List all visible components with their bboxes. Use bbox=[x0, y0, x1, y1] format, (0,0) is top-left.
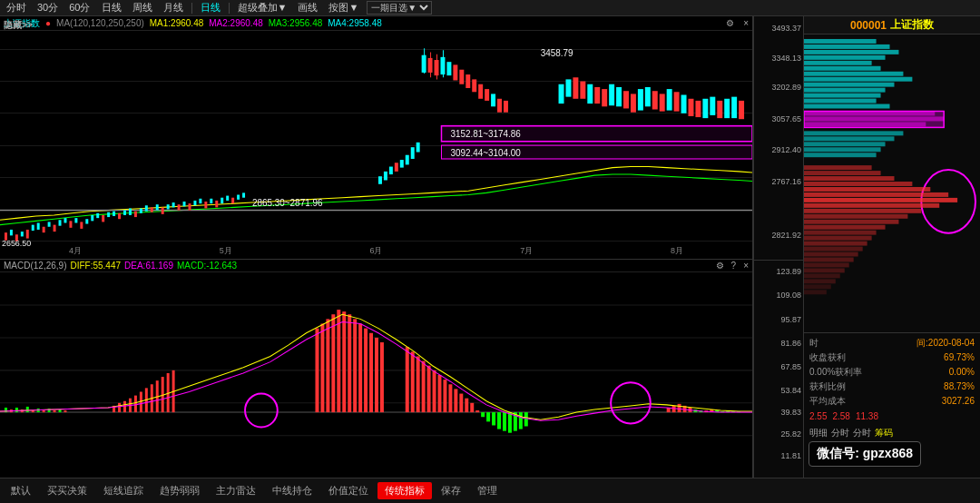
svg-rect-197 bbox=[804, 88, 886, 93]
svg-rect-162 bbox=[481, 412, 485, 417]
svg-rect-35 bbox=[156, 204, 159, 210]
svg-rect-155 bbox=[443, 380, 446, 412]
svg-text:3458.79: 3458.79 bbox=[541, 47, 573, 57]
right-panel-hidden: 隐藏>> bbox=[4, 19, 33, 32]
right-chart bbox=[804, 35, 980, 332]
svg-rect-70 bbox=[485, 89, 489, 101]
svg-rect-14 bbox=[43, 227, 45, 232]
svg-rect-138 bbox=[331, 314, 335, 412]
svg-rect-98 bbox=[731, 97, 737, 118]
tab-save[interactable]: 保存 bbox=[434, 482, 468, 499]
tab-default[interactable]: 默认 bbox=[4, 482, 38, 499]
svg-rect-42 bbox=[193, 201, 196, 205]
tf-day2[interactable]: 日线 bbox=[198, 1, 223, 15]
svg-rect-74 bbox=[559, 84, 564, 104]
period-select[interactable]: 一期目选▼ bbox=[367, 1, 432, 15]
chart-area: 上证指数 ● MA(120,120,250,250) MA1:2960.48 M… bbox=[0, 16, 753, 478]
svg-rect-140 bbox=[342, 311, 346, 412]
price-axis-macd: 123.89 109.08 95.87 81.86 67.85 53.84 39… bbox=[754, 260, 803, 478]
ma-settings-icon[interactable]: ⚙ bbox=[726, 18, 734, 28]
tab-value[interactable]: 价值定位 bbox=[321, 482, 376, 499]
svg-rect-30 bbox=[129, 208, 132, 214]
right-panel-title: 隐藏>> 000001 上证指数 bbox=[804, 16, 980, 35]
draw-btn[interactable]: 画线 bbox=[295, 1, 320, 15]
svg-rect-27 bbox=[113, 212, 115, 216]
svg-rect-115 bbox=[26, 407, 29, 412]
press-chart[interactable]: 按图▼ bbox=[326, 1, 361, 15]
rb-tab-detail[interactable]: 明细 bbox=[809, 427, 828, 439]
svg-rect-23 bbox=[91, 215, 93, 221]
svg-rect-219 bbox=[804, 209, 921, 213]
tf-month[interactable]: 月线 bbox=[161, 1, 186, 15]
date-value: 间:2020-08-04 bbox=[916, 337, 975, 350]
svg-rect-189 bbox=[804, 44, 890, 49]
svg-rect-17 bbox=[59, 220, 62, 225]
x-label-aug: 8月 bbox=[671, 245, 683, 257]
svg-rect-15 bbox=[48, 222, 51, 226]
svg-rect-113 bbox=[15, 408, 18, 412]
svg-rect-190 bbox=[804, 50, 898, 54]
svg-rect-10 bbox=[21, 232, 24, 236]
tab-traditional[interactable]: 传统指标 bbox=[377, 482, 432, 499]
tab-trend[interactable]: 趋势弱弱 bbox=[152, 482, 207, 499]
macd-settings-icon[interactable]: ⚙ bbox=[716, 261, 724, 271]
macd-chart[interactable]: MACD(12,26,9) DIFF:55.447 DEA:61.169 MAC… bbox=[0, 260, 752, 478]
tab-short[interactable]: 短线追踪 bbox=[96, 482, 151, 499]
ma-dot: ● bbox=[45, 18, 51, 28]
svg-rect-214 bbox=[804, 182, 912, 186]
svg-rect-41 bbox=[188, 203, 191, 210]
ma3-val: MA3:2956.48 bbox=[269, 18, 323, 28]
price-level-1: 3493.37 bbox=[771, 24, 801, 33]
svg-rect-199 bbox=[804, 99, 877, 104]
price-chart[interactable]: 2865.30~2871.96 3092.44~3104.00 3152.81~… bbox=[0, 31, 752, 260]
super-overlay[interactable]: 超级叠加▼ bbox=[235, 1, 290, 15]
svg-rect-142 bbox=[353, 319, 357, 412]
svg-rect-223 bbox=[804, 231, 877, 235]
svg-rect-148 bbox=[406, 347, 409, 412]
svg-rect-40 bbox=[183, 202, 186, 206]
svg-rect-51 bbox=[242, 192, 245, 197]
ma4-val: MA4:2958.48 bbox=[328, 18, 382, 28]
tf-week[interactable]: 周线 bbox=[130, 1, 155, 15]
svg-rect-50 bbox=[237, 195, 240, 200]
tab-buy[interactable]: 买买决策 bbox=[40, 482, 94, 499]
rb-tab-fen1[interactable]: 分时 bbox=[831, 427, 849, 439]
macd-question-icon[interactable]: ? bbox=[731, 261, 737, 271]
svg-rect-127 bbox=[134, 396, 137, 412]
svg-rect-209 bbox=[804, 153, 877, 157]
divider2 bbox=[229, 3, 230, 14]
svg-rect-56 bbox=[400, 160, 404, 168]
tab-mid[interactable]: 中线持仓 bbox=[265, 482, 319, 499]
tab-manage[interactable]: 管理 bbox=[470, 482, 505, 499]
tf-day[interactable]: 日线 bbox=[99, 1, 124, 15]
svg-rect-82 bbox=[616, 87, 622, 106]
svg-rect-73 bbox=[504, 101, 508, 113]
macd-level-9: 11.81 bbox=[780, 451, 801, 460]
tf-fen[interactable]: 分时 bbox=[4, 1, 29, 15]
profit-ratio-label: 获利比例 bbox=[809, 380, 846, 393]
tab-main[interactable]: 主力雷达 bbox=[209, 482, 263, 499]
price-axis-main: 3493.37 3348.13 3202.89 3057.65 2912.40 … bbox=[754, 16, 803, 260]
svg-rect-26 bbox=[107, 212, 110, 217]
macd-close-icon[interactable]: × bbox=[743, 261, 749, 271]
svg-rect-217 bbox=[804, 198, 957, 202]
svg-rect-47 bbox=[220, 198, 223, 203]
svg-rect-151 bbox=[422, 361, 426, 413]
svg-rect-64 bbox=[446, 62, 451, 75]
rb-tab-chou[interactable]: 筹码 bbox=[875, 427, 893, 439]
tf-60[interactable]: 60分 bbox=[66, 1, 93, 15]
ma-close-icon[interactable]: × bbox=[743, 18, 749, 28]
ma-params: MA(120,120,250,250) bbox=[56, 18, 144, 28]
svg-rect-139 bbox=[337, 310, 340, 412]
tf-30[interactable]: 30分 bbox=[34, 1, 61, 15]
ma1-val: MA1:2960.48 bbox=[150, 18, 204, 28]
svg-rect-200 bbox=[804, 104, 890, 109]
x-label-june: 6月 bbox=[369, 245, 382, 257]
svg-rect-207 bbox=[804, 142, 886, 146]
svg-point-185 bbox=[245, 394, 278, 428]
svg-rect-55 bbox=[395, 163, 398, 172]
svg-rect-96 bbox=[717, 101, 722, 118]
svg-rect-94 bbox=[702, 99, 708, 118]
macd-value: MACD:-12.643 bbox=[177, 261, 237, 271]
rb-tab-fen2[interactable]: 分时 bbox=[853, 427, 871, 439]
